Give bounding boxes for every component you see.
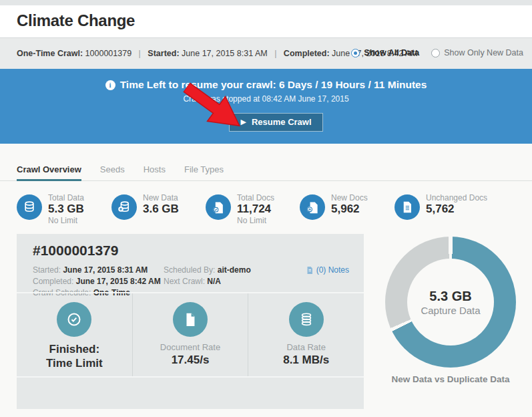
database-plus-icon xyxy=(111,194,137,220)
metric-data-rate: Data Rate 8.1 MB/s xyxy=(248,293,364,376)
detail-label: Next Crawl: xyxy=(164,277,205,286)
donut-caption: New Data vs Duplicate Data xyxy=(385,374,516,384)
metric-value: Finished: xyxy=(17,342,132,356)
separator: | xyxy=(139,49,141,58)
tab-seeds[interactable]: Seeds xyxy=(100,164,125,180)
crawl-type-label: One-Time Crawl: xyxy=(17,49,83,58)
radio-label: Show All Data xyxy=(364,48,419,57)
crawl-id-heading: #1000001379 xyxy=(33,243,118,259)
resume-crawl-button[interactable]: ▶ Resume Crawl xyxy=(229,113,322,132)
notes-link[interactable]: (0) Notes xyxy=(306,265,349,275)
detail-label: Scheduled By: xyxy=(164,265,215,275)
stat-total-docs: Total Docs 11,724 No Limit xyxy=(206,193,274,228)
stat-label: New Docs xyxy=(331,193,368,202)
detail-row: Next Crawl: N/A xyxy=(164,276,251,287)
database-icon xyxy=(17,194,42,220)
donut-chart: 5.3 GB Capture Data xyxy=(385,237,516,368)
tab-bar: Crawl Overview Seeds Hosts File Types xyxy=(0,158,532,181)
stat-unchanged-docs: Unchanged Docs 5,762 xyxy=(394,193,487,228)
detail-value: June 17, 2015 8:42 AM xyxy=(76,277,161,286)
page-header: Climate Change xyxy=(0,5,532,37)
tab-crawl-overview[interactable]: Crawl Overview xyxy=(17,164,81,180)
resume-crawl-banner: i Time Left to resume your crawl: 6 Days… xyxy=(0,69,532,144)
tab-hosts[interactable]: Hosts xyxy=(144,164,166,180)
stat-label: Total Docs xyxy=(237,193,274,202)
metric-value-line2: Time Limit xyxy=(17,356,132,370)
metric-finished-status: Finished: Time Limit xyxy=(17,293,132,376)
detail-row: Completed: June 17, 2015 8:42 AM xyxy=(33,276,161,287)
stat-value: 5.3 GB xyxy=(48,202,84,216)
document-plus-icon xyxy=(300,194,325,220)
donut-center-label: Capture Data xyxy=(421,305,480,316)
radio-show-only-new-data[interactable]: Show Only New Data xyxy=(431,48,523,57)
detail-row: Scheduled By: ait-demo xyxy=(164,265,251,276)
check-circle-icon xyxy=(57,302,91,337)
radio-button-icon[interactable] xyxy=(351,49,360,57)
panel-divider xyxy=(17,376,364,378)
detail-row: Started: June 17, 2015 8:31 AM xyxy=(33,265,161,276)
started-value: June 17, 2015 8:31 AM xyxy=(182,49,268,58)
detail-label: Completed: xyxy=(33,277,73,286)
stat-value: 3.6 GB xyxy=(143,202,179,216)
play-icon: ▶ xyxy=(240,118,246,126)
time-left-headline: i Time Left to resume your crawl: 6 Days… xyxy=(0,79,532,91)
document-check-icon xyxy=(206,194,231,220)
note-document-icon xyxy=(306,266,314,275)
page-title: Climate Change xyxy=(17,11,135,30)
crawl-metrics: Finished: Time Limit Document Rate 17.45… xyxy=(17,293,364,376)
stat-sub: No Limit xyxy=(48,216,84,225)
donut-center-value: 5.3 GB xyxy=(429,289,471,304)
info-icon: i xyxy=(105,80,115,90)
crawl-detail-panel: #1000001379 Started: June 17, 2015 8:31 … xyxy=(17,234,364,409)
stat-new-data: New Data 3.6 GB xyxy=(111,193,179,228)
radio-button-icon[interactable] xyxy=(431,49,440,57)
stat-total-data: Total Data 5.3 GB No Limit xyxy=(17,193,84,228)
data-filter-radio-group: Show All Data Show Only New Data xyxy=(351,48,523,57)
completed-label: Completed: xyxy=(284,49,330,58)
stat-value: 11,724 xyxy=(237,202,274,216)
radio-show-all-data[interactable]: Show All Data xyxy=(351,48,419,57)
detail-value: June 17, 2015 8:31 AM xyxy=(63,265,148,275)
detail-label: Started: xyxy=(33,265,61,275)
resume-crawl-label: Resume Crawl xyxy=(252,117,312,127)
stat-new-docs: New Docs 5,962 xyxy=(300,193,368,228)
started-label: Started: xyxy=(148,49,179,58)
notes-link-label: (0) Notes xyxy=(316,265,349,275)
stat-label: New Data xyxy=(143,193,179,202)
crawl-stopped-text: Crawl was stopped at 08:42 AM June 17, 2… xyxy=(0,94,532,104)
top-strip xyxy=(0,0,532,5)
stat-value: 5,962 xyxy=(331,202,368,216)
database-icon xyxy=(289,302,324,337)
crawl-dashboard: Climate Change One-Time Crawl: 100000137… xyxy=(0,0,532,417)
metric-label: Data Rate xyxy=(248,342,364,353)
detail-value: N/A xyxy=(207,277,221,286)
metric-value: 17.45/s xyxy=(133,353,248,367)
crawl-info-bar: One-Time Crawl: 1000001379 | Started: Ju… xyxy=(0,37,532,69)
crawl-details-mid: Scheduled By: ait-demo Next Crawl: N/A xyxy=(164,265,251,287)
stat-label: Total Data xyxy=(48,193,84,202)
metric-value: 8.1 MB/s xyxy=(248,353,364,367)
time-left-text: Time Left to resume your crawl: 6 Days /… xyxy=(120,79,427,91)
separator: | xyxy=(274,49,276,58)
donut-center: 5.3 GB Capture Data xyxy=(407,259,494,345)
tab-file-types[interactable]: File Types xyxy=(184,164,224,180)
radio-label: Show Only New Data xyxy=(444,48,523,57)
metric-document-rate: Document Rate 17.45/s xyxy=(132,293,248,376)
document-icon xyxy=(173,302,208,337)
detail-value: ait-demo xyxy=(218,265,251,275)
stat-sub: No Limit xyxy=(237,216,274,225)
metric-label: Document Rate xyxy=(133,342,248,353)
stat-label: Unchanged Docs xyxy=(426,193,487,202)
stat-value: 5,762 xyxy=(426,202,487,216)
crawl-id-value: 1000001379 xyxy=(85,49,132,58)
document-icon xyxy=(394,194,420,220)
